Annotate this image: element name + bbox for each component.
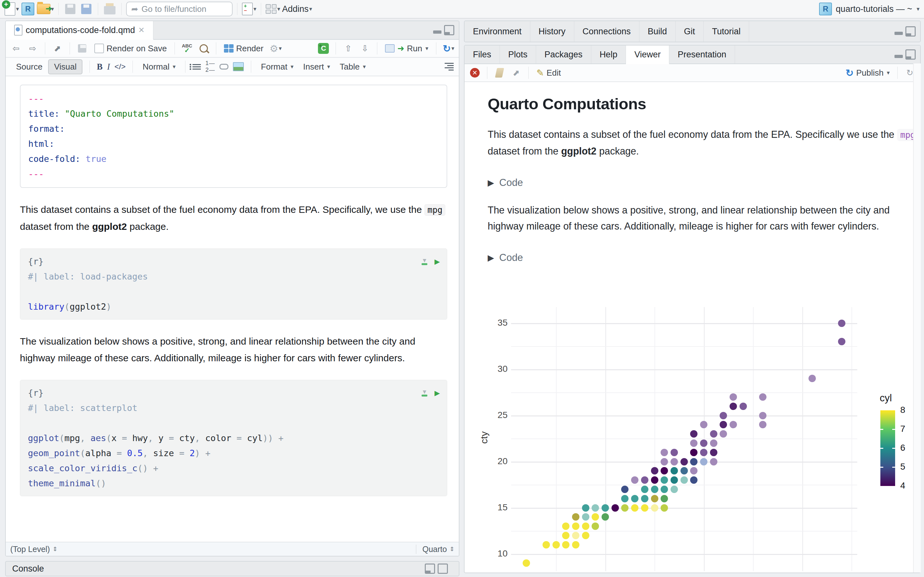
find-button[interactable] [197,41,211,55]
bold-button[interactable]: B [97,62,103,72]
code-line: code-fold: true [28,151,439,166]
clear-viewer-button[interactable] [493,66,507,80]
workspace-panes-button[interactable]: ▾ [266,2,280,16]
save-doc-button[interactable] [75,41,89,55]
run-chunk-icon[interactable]: ▶ [435,385,440,400]
scope-selector[interactable]: (Top Level) [10,545,50,554]
scatter-point [582,504,590,512]
scatter-point [680,476,688,484]
code-format-button[interactable]: </> [115,62,126,71]
tab-viewer[interactable]: Viewer [626,45,669,64]
maximize-pane-icon[interactable] [905,26,916,37]
tab-connections[interactable]: Connections [574,21,640,42]
inline-code: mpg [425,204,445,216]
text-span: This dataset contains a subset of the fu… [488,129,897,140]
project-menu-button[interactable]: R quarto-tutorials — ~ ▾ [819,3,919,15]
back-button[interactable]: ⇦ [9,41,23,55]
run-previous-button[interactable]: ⇧ [341,41,355,55]
version-control-button[interactable]: +−▾ [242,2,256,16]
toolbar-divider [237,3,237,15]
maximize-pane-icon[interactable] [905,49,916,60]
tab-computations-code-fold[interactable]: computations-code-fold.qmd ✕ [6,21,153,40]
numbered-list-button[interactable]: 1—2— [205,60,215,73]
format-menu[interactable]: Format▾ [258,60,296,73]
run-next-button[interactable]: ⇩ [358,41,372,55]
tab-files[interactable]: Files [465,45,500,63]
render-settings-button[interactable]: ⚙▾ [268,41,283,55]
legend-tick-mark [892,448,895,449]
tab-git[interactable]: Git [676,21,704,42]
tab-presentation[interactable]: Presentation [669,45,735,63]
restore-console-icon[interactable] [425,564,435,574]
save-all-button[interactable] [79,2,94,16]
run-chunk-icon[interactable]: ▶ [435,254,440,269]
environment-tabbar: EnvironmentHistoryConnectionsBuildGitTut… [465,21,920,42]
bullet-list-button[interactable] [192,64,201,69]
tab-help[interactable]: Help [591,45,626,63]
run-chunks-above-icon[interactable]: ▼ [422,390,427,396]
scatter-point [710,458,717,466]
tab-environment[interactable]: Environment [465,21,530,42]
tab-build[interactable]: Build [640,21,676,42]
popout-button[interactable]: ⬈ [50,41,65,55]
print-button[interactable] [103,2,117,16]
minimize-pane-icon[interactable] [433,26,441,34]
publish-button[interactable]: ↻ Publish▾ [843,66,892,79]
tab-tutorial[interactable]: Tutorial [704,21,749,42]
image-button[interactable] [233,62,244,71]
edit-button[interactable]: ✎ Edit [534,66,564,79]
viewer-popout-button[interactable]: ⬈ [509,66,523,80]
maximize-pane-icon[interactable] [444,25,454,35]
source-publish-button[interactable]: ↻▾ [441,41,456,55]
visual-mode-button[interactable]: Visual [48,59,82,74]
new-file-button[interactable]: +▾ [5,2,19,16]
code-fold-label: Code [499,177,523,189]
table-menu[interactable]: Table▾ [337,60,368,73]
editor-document[interactable]: ---title: "Quarto Computations"format: h… [6,76,459,496]
source-mode-button[interactable]: Source [11,60,47,74]
render-button[interactable]: Render [221,42,266,55]
doc-type-selector[interactable]: Quarto [416,545,447,554]
minimize-pane-icon[interactable] [895,27,903,35]
tab-plots[interactable]: Plots [500,45,536,63]
save-button[interactable] [63,2,78,16]
scatter-point [641,476,648,484]
run-chunks-above-icon[interactable]: ▼ [422,258,427,265]
text-span [28,287,33,297]
code-fold-toggle[interactable]: ▶Code [488,177,891,189]
paragraph-style-dropdown[interactable]: Normal▾ [140,60,178,73]
run-button[interactable]: ➜ Run▾ [383,42,431,55]
r-code-chunk[interactable]: {r}#| label: scatterplot ggplot(mpg, aes… [20,380,447,496]
code-line: theme_minimal() [28,476,439,491]
tab-history[interactable]: History [530,21,574,42]
run-label: Run [407,44,422,53]
scatter-point [572,532,580,539]
viewer-scrollbar[interactable] [913,63,921,572]
console-pane-header[interactable]: Console [5,561,459,576]
link-button[interactable] [220,64,228,69]
close-tab-icon[interactable]: ✕ [138,26,145,35]
outline-toggle-icon[interactable] [445,63,454,71]
open-file-button[interactable]: ➜▾ [37,2,54,16]
new-project-button[interactable]: R [21,2,35,16]
addins-button[interactable]: Addins▾ [282,2,312,16]
render-on-save-checkbox[interactable]: Render on Save [92,42,170,55]
text-span: ) + [195,448,210,458]
insert-chunk-button[interactable]: C [317,41,330,55]
tab-packages[interactable]: Packages [536,45,591,63]
maximize-console-icon[interactable] [438,564,448,574]
yaml-metadata-block[interactable]: ---title: "Quarto Computations"format: h… [20,85,447,188]
stop-button[interactable]: ✕ [468,66,482,80]
text-span: ( [106,433,111,443]
forward-button[interactable]: ⇨ [26,41,40,55]
r-code-chunk[interactable]: {r}#| label: load-packages library(ggplo… [20,248,447,319]
spellcheck-button[interactable]: ABC✓ [180,41,194,55]
publish-icon: ↻ [846,67,854,79]
minimize-pane-icon[interactable] [895,50,903,59]
insert-menu[interactable]: Insert▾ [300,60,333,73]
goto-file-function-input[interactable]: ➦ Go to file/function [126,2,233,16]
code-fold-toggle[interactable]: ▶Code [488,252,891,263]
scatter-point [651,476,658,484]
text-span: code-fold: [28,154,81,164]
italic-button[interactable]: I [107,62,110,72]
